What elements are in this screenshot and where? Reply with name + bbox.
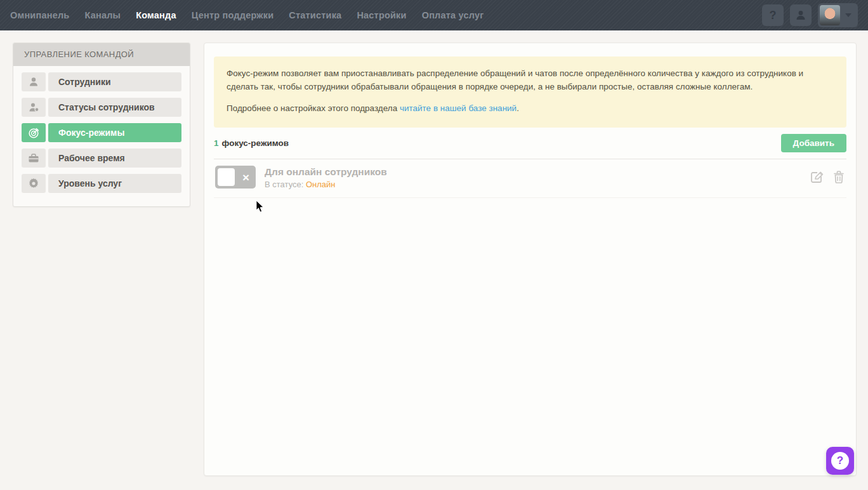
focus-mode-list-item: × Для онлайн сотрудников В статусе: Онла… [214,159,846,198]
knowledge-base-link[interactable]: читайте в нашей базе знаний [400,103,516,113]
nav-right-group: ? [762,3,858,27]
user-avatar [820,5,840,25]
item-actions [809,166,845,185]
user-icon [22,72,46,91]
focus-mode-title: Для онлайн сотрудников [265,166,387,178]
nav-item-team[interactable]: Команда [136,10,176,20]
top-navigation: Омнипанель Каналы Команда Центр поддержк… [0,0,868,30]
sidebar-item-service-level[interactable]: Уровень услуг [22,174,181,193]
focus-modes-count: 1 [214,138,219,148]
sidebar-item-focus-modes[interactable]: Фокус-режимы [22,123,181,142]
sidebar-item-working-hours[interactable]: Рабочее время [22,149,181,168]
info-text: Фокус-режим позволяет вам приостанавлива… [227,67,834,94]
user-status-icon [22,98,46,117]
edit-pencil-icon [809,169,824,185]
sidebar-item-label: Статусы сотрудников [48,98,181,117]
focus-modes-panel: Фокус-режим позволяет вам приостанавлива… [204,43,857,476]
gear-icon [22,174,46,193]
info-more-prefix: Подробнее о настройках этого подраздела [227,103,400,113]
edit-button[interactable] [809,169,824,185]
chevron-down-icon [845,13,852,17]
account-menu-button[interactable] [818,3,858,27]
question-icon: ? [831,452,849,470]
focus-mode-texts: Для онлайн сотрудников В статусе: Онлайн [265,166,387,189]
target-icon [22,123,46,142]
help-button[interactable]: ? [762,4,784,26]
briefcase-icon [22,149,46,168]
toggle-knob [218,168,235,186]
focus-mode-status: В статусе: Онлайн [265,180,387,189]
help-chat-widget-button[interactable]: ? [826,447,854,475]
nav-item-omnipanel[interactable]: Омнипанель [10,10,69,20]
info-more: Подробнее о настройках этого подраздела … [227,102,834,116]
sidebar-item-employees[interactable]: Сотрудники [22,72,181,91]
nav-item-settings[interactable]: Настройки [357,10,406,20]
info-more-suffix: . [516,103,519,113]
focus-modes-count-label: фокус-режимов [222,138,289,148]
nav-item-channels[interactable]: Каналы [84,10,121,20]
status-value: Онлайн [306,180,336,189]
enable-toggle[interactable]: × [215,166,256,189]
person-icon [795,10,806,21]
team-management-sidebar: УПРАВЛЕНИЕ КОМАНДОЙ Сотрудники Статусы с… [13,43,190,207]
nav-item-payment[interactable]: Оплата услуг [422,10,484,20]
sidebar-item-label: Фокус-режимы [48,123,181,142]
status-label: В статусе: [265,180,306,189]
toggle-off-x-icon: × [242,171,249,183]
nav-item-support-center[interactable]: Центр поддержки [192,10,274,20]
info-banner: Фокус-режим позволяет вам приостанавлива… [214,56,846,128]
profile-button[interactable] [790,4,812,26]
question-icon: ? [770,9,777,22]
nav-menu: Омнипанель Каналы Команда Центр поддержк… [10,10,484,20]
list-header-row: 1 фокус-режимов Добавить [214,128,846,159]
add-button[interactable]: Добавить [781,134,846,152]
sidebar-item-label: Сотрудники [48,72,181,91]
trash-icon [832,169,845,185]
sidebar-item-employee-statuses[interactable]: Статусы сотрудников [22,98,181,117]
sidebar-title: УПРАВЛЕНИЕ КОМАНДОЙ [13,43,190,66]
sidebar-item-label: Уровень услуг [48,174,181,193]
nav-item-statistics[interactable]: Статистика [289,10,341,20]
delete-button[interactable] [832,169,845,185]
sidebar-item-label: Рабочее время [48,149,181,168]
